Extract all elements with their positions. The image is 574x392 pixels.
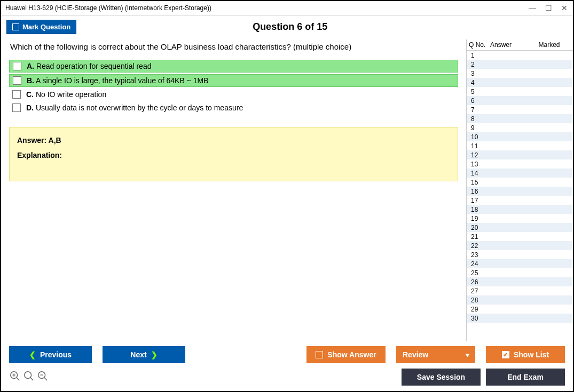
question-list-row[interactable]: 23 <box>467 250 573 259</box>
question-number-cell: 26 <box>469 278 490 286</box>
question-list-row[interactable]: 25 <box>467 268 573 277</box>
window-controls: — ☐ ✕ <box>528 4 569 12</box>
zoom-in-icon[interactable] <box>9 370 21 385</box>
question-number-cell: 13 <box>469 161 490 168</box>
question-list-row[interactable]: 15 <box>467 178 573 187</box>
chevron-right-icon: ❯ <box>151 350 158 359</box>
mark-question-button[interactable]: Mark Question <box>6 20 76 34</box>
question-list-row[interactable]: 14 <box>467 169 573 178</box>
show-answer-button[interactable]: Show Answer <box>306 346 386 363</box>
question-list-row[interactable]: 24 <box>467 259 573 268</box>
question-list-row[interactable]: 30 <box>467 314 573 323</box>
svg-line-1 <box>17 377 20 380</box>
question-list-row[interactable]: 26 <box>467 277 573 286</box>
question-list-row[interactable]: 18 <box>467 205 573 214</box>
question-text: Which of the following is correct about … <box>10 42 458 51</box>
question-list-row[interactable]: 29 <box>467 305 573 314</box>
chevron-down-icon: ▾ <box>466 352 469 358</box>
question-list-row[interactable]: 2 <box>467 60 573 69</box>
question-list-row[interactable]: 12 <box>467 150 573 159</box>
option-checkbox[interactable] <box>12 103 21 112</box>
body: Which of the following is correct about … <box>1 39 573 341</box>
question-number-cell: 25 <box>469 269 490 277</box>
minimize-icon[interactable]: — <box>528 4 537 12</box>
option-row[interactable]: C. No IO write operation <box>9 89 458 100</box>
question-list-row[interactable]: 3 <box>467 69 573 78</box>
question-list-row[interactable]: 6 <box>467 96 573 105</box>
option-checkbox[interactable] <box>13 62 21 70</box>
zoom-controls <box>9 370 49 385</box>
titlebar: Huawei H13-629 (HCIE-Storage (Written) (… <box>1 1 573 15</box>
option-row[interactable]: B. A single IO is large, the typical val… <box>9 74 458 87</box>
mark-question-label: Mark Question <box>22 23 70 31</box>
show-list-button[interactable]: ✔ Show List <box>486 346 565 363</box>
main-pane: Which of the following is correct about … <box>1 39 466 341</box>
question-list-row[interactable]: 10 <box>467 132 573 141</box>
option-row[interactable]: A. Read operation for sequential read <box>9 60 458 73</box>
question-number-cell: 2 <box>469 61 490 68</box>
col-qno: Q No. <box>469 41 490 49</box>
question-list-row[interactable]: 27 <box>467 286 573 295</box>
next-label: Next <box>130 350 146 359</box>
zoom-reset-icon[interactable] <box>23 370 35 385</box>
option-label: A. Read operation for sequential read <box>27 62 151 70</box>
question-number-cell: 24 <box>469 260 490 268</box>
mark-checkbox-icon <box>12 23 19 30</box>
question-list-row[interactable]: 28 <box>467 295 573 305</box>
svg-line-5 <box>30 377 34 380</box>
zoom-out-icon[interactable] <box>37 370 49 385</box>
question-number-cell: 11 <box>469 142 490 150</box>
save-session-label: Save Session <box>417 373 465 381</box>
svg-point-4 <box>25 371 32 378</box>
review-button[interactable]: Review ▾ <box>396 346 475 363</box>
question-list-row[interactable]: 19 <box>467 214 573 223</box>
answer-box: Answer: A,B Explanation: <box>9 127 458 181</box>
question-number-cell: 15 <box>469 179 490 186</box>
question-list-body[interactable]: 1234567891011121314151617181920212223242… <box>467 51 573 341</box>
question-list-row[interactable]: 4 <box>467 78 573 87</box>
header-row: Mark Question Question 6 of 15 <box>1 15 573 39</box>
question-number-cell: 27 <box>469 287 490 295</box>
question-number-cell: 7 <box>469 106 490 114</box>
review-label: Review <box>403 350 428 359</box>
question-number-cell: 22 <box>469 242 490 250</box>
question-list-row[interactable]: 5 <box>467 87 573 96</box>
question-list-row[interactable]: 16 <box>467 187 573 196</box>
app-window: Huawei H13-629 (HCIE-Storage (Written) (… <box>0 0 574 392</box>
question-list-row[interactable]: 11 <box>467 141 573 150</box>
option-label: C. No IO write operation <box>26 90 106 99</box>
question-list-row[interactable]: 8 <box>467 114 573 123</box>
question-number-cell: 29 <box>469 306 490 313</box>
question-list-row[interactable]: 20 <box>467 223 573 232</box>
question-list-row[interactable]: 9 <box>467 123 573 132</box>
next-button[interactable]: Next ❯ <box>103 346 185 363</box>
question-number-cell: 8 <box>469 115 490 123</box>
maximize-icon[interactable]: ☐ <box>544 4 553 12</box>
question-list-row[interactable]: 13 <box>467 159 573 169</box>
question-list-row[interactable]: 17 <box>467 196 573 205</box>
options-list: A. Read operation for sequential readB. … <box>9 60 458 114</box>
option-checkbox[interactable] <box>12 90 21 99</box>
option-label: D. Usually data is not overwritten by th… <box>26 103 243 112</box>
end-exam-button[interactable]: End Exam <box>486 369 565 386</box>
question-number-cell: 14 <box>469 170 490 177</box>
question-list-row[interactable]: 1 <box>467 51 573 60</box>
footer: ❮ Previous Next ❯ Show Answer Review ▾ ✔… <box>1 341 573 391</box>
question-number-cell: 6 <box>469 97 490 105</box>
save-session-button[interactable]: Save Session <box>402 369 481 386</box>
option-row[interactable]: D. Usually data is not overwritten by th… <box>9 102 458 114</box>
explanation-label: Explanation: <box>17 151 450 159</box>
question-number-cell: 18 <box>469 206 490 213</box>
question-number-cell: 20 <box>469 224 490 231</box>
question-list-row[interactable]: 22 <box>467 241 573 250</box>
question-number-cell: 9 <box>469 124 490 132</box>
col-answer: Answer <box>490 41 528 49</box>
question-list-row[interactable]: 7 <box>467 105 573 114</box>
previous-button[interactable]: ❮ Previous <box>9 346 92 363</box>
close-icon[interactable]: ✕ <box>560 4 569 12</box>
question-number-cell: 12 <box>469 151 490 159</box>
question-list-row[interactable]: 21 <box>467 232 573 241</box>
show-answer-label: Show Answer <box>327 350 376 359</box>
question-number-cell: 28 <box>469 297 490 304</box>
option-checkbox[interactable] <box>13 76 21 85</box>
